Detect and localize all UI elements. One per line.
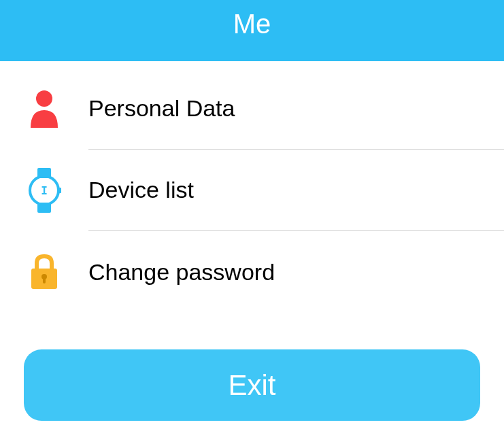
watch-icon: I xyxy=(0,167,88,214)
menu-item-device-list[interactable]: I Device list xyxy=(0,150,504,231)
header: Me xyxy=(0,0,504,61)
menu-item-personal-data[interactable]: Personal Data xyxy=(0,68,504,150)
page-title: Me xyxy=(233,9,271,39)
svg-rect-8 xyxy=(43,277,46,283)
exit-button[interactable]: Exit xyxy=(24,349,480,421)
lock-icon xyxy=(0,254,88,290)
menu-item-label: Personal Data xyxy=(88,95,235,122)
svg-rect-4 xyxy=(58,188,61,193)
exit-button-container: Exit xyxy=(24,349,480,421)
menu-item-label: Device list xyxy=(88,177,194,203)
menu-item-label: Change password xyxy=(88,259,275,286)
svg-point-0 xyxy=(36,90,52,107)
person-icon xyxy=(0,88,88,129)
menu-list: Personal Data I Device list xyxy=(0,61,504,313)
menu-item-change-password[interactable]: Change password xyxy=(0,231,504,313)
svg-text:I: I xyxy=(41,184,48,197)
